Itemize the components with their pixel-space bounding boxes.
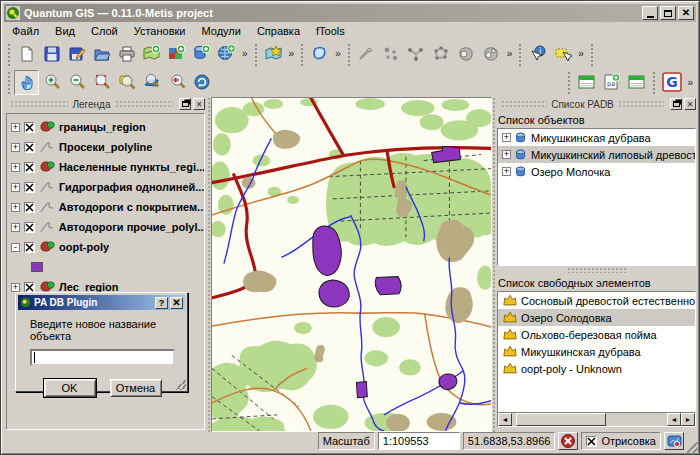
expander-icon[interactable]: - xyxy=(11,243,20,252)
free-elements-list[interactable]: Сосновый древостой естественного происхо… xyxy=(497,291,696,427)
render-panel[interactable]: Отрисовка xyxy=(581,432,661,450)
zoom-layer-button[interactable] xyxy=(139,70,164,95)
menu-view[interactable]: Вид xyxy=(47,23,83,39)
menu-help[interactable]: Справка xyxy=(249,23,308,39)
move-vertex-button[interactable] xyxy=(404,41,429,66)
free-item[interactable]: Микушкинская дубрава xyxy=(498,343,695,360)
close-button[interactable]: ✕ xyxy=(678,6,694,20)
expander-icon[interactable]: + xyxy=(11,203,20,212)
dialog-close-button[interactable]: ✕ xyxy=(170,297,183,309)
toolbar-overflow[interactable]: » xyxy=(332,48,344,59)
save-project-button[interactable] xyxy=(39,41,64,66)
dock-close-button[interactable]: ✕ xyxy=(684,98,696,110)
toolbar-handle[interactable] xyxy=(6,70,12,94)
object-item[interactable]: + Микушкинская дубрава xyxy=(498,129,695,146)
scroll-left-button2[interactable]: ◄ xyxy=(667,413,681,426)
zoom-in-button[interactable] xyxy=(39,70,64,95)
pa-add-object-button[interactable]: pa xyxy=(599,70,624,95)
toolbar-handle[interactable] xyxy=(346,42,352,66)
digitize-shape-button[interactable] xyxy=(307,41,332,66)
free-item[interactable]: Сосновый древостой естественного происхо xyxy=(498,292,695,309)
toolbar-handle[interactable] xyxy=(566,70,572,94)
print-button[interactable] xyxy=(114,41,139,66)
menu-settings[interactable]: Установки xyxy=(126,23,194,39)
expander-icon[interactable]: + xyxy=(11,143,20,152)
minimize-button[interactable] xyxy=(642,6,658,20)
expander-icon[interactable]: + xyxy=(11,223,20,232)
add-postgis-layer-button[interactable] xyxy=(189,41,214,66)
google-tools-button[interactable]: G xyxy=(659,70,684,95)
open-table-button[interactable] xyxy=(624,70,649,95)
menu-file[interactable]: Файл xyxy=(4,23,47,39)
legend-dock-titlebar[interactable]: Легенда ✕ xyxy=(4,97,207,111)
toolbar-overflow[interactable]: » xyxy=(286,48,298,59)
toolbar-overflow[interactable]: » xyxy=(575,48,587,59)
zoom-full-button[interactable] xyxy=(89,70,114,95)
expander-icon[interactable]: + xyxy=(11,183,20,192)
scroll-right-button[interactable]: ► xyxy=(681,413,695,426)
projection-button[interactable] xyxy=(664,432,684,450)
legend-item-avtodorogi-pokrytiem[interactable]: + Автодороги с покрытием... xyxy=(7,197,204,217)
expander-icon[interactable]: + xyxy=(11,123,20,132)
title-bar[interactable]: Quantum GIS — 0.11.0-Metis project ✕ xyxy=(4,4,696,22)
legend-item-gidrografiya[interactable]: + Гидрография однолиней... xyxy=(7,177,204,197)
menu-layer[interactable]: Слой xyxy=(83,23,126,39)
expander-icon[interactable]: + xyxy=(502,133,511,142)
layer-checkbox[interactable] xyxy=(24,162,35,173)
add-vector-layer-button[interactable] xyxy=(139,41,164,66)
padb-dock-titlebar[interactable]: Список PADB ✕ xyxy=(495,97,698,111)
legend-item-proseki[interactable]: + Просеки_polyline xyxy=(7,137,204,157)
map-canvas[interactable] xyxy=(211,97,492,432)
objects-list[interactable]: + Микушкинская дубрава + Микушкинский ли… xyxy=(497,128,696,266)
dialog-resize-grip[interactable] xyxy=(176,380,186,390)
layer-checkbox[interactable] xyxy=(24,122,35,133)
free-item[interactable]: oopt-poly - Unknown xyxy=(498,360,695,377)
menu-ftools[interactable]: fTools xyxy=(308,23,353,39)
layer-checkbox[interactable] xyxy=(24,282,35,293)
select-features-button[interactable] xyxy=(550,41,575,66)
render-checkbox[interactable] xyxy=(586,436,597,447)
expander-icon[interactable]: + xyxy=(502,150,511,159)
layer-checkbox[interactable] xyxy=(24,222,35,233)
scroll-thumb[interactable] xyxy=(516,413,606,426)
dock-float-button[interactable] xyxy=(179,98,191,110)
new-project-button[interactable] xyxy=(14,41,39,66)
object-name-input[interactable] xyxy=(30,349,175,366)
maximize-button[interactable] xyxy=(660,6,676,20)
horizontal-scrollbar[interactable]: ◄ ◄ ► xyxy=(498,412,695,426)
open-project-button[interactable] xyxy=(89,41,114,66)
zoom-out-button[interactable] xyxy=(64,70,89,95)
toolbar-overflow[interactable]: » xyxy=(684,77,696,88)
expander-icon[interactable]: + xyxy=(11,283,20,292)
toolbar-handle[interactable] xyxy=(299,42,305,66)
stop-render-button[interactable] xyxy=(558,432,578,450)
zoom-selection-button[interactable] xyxy=(114,70,139,95)
window-resize-grip[interactable] xyxy=(687,442,699,454)
scale-input[interactable]: 1:109553 xyxy=(378,432,460,450)
legend-symbol-oopt-poly[interactable] xyxy=(7,257,204,277)
legend-item-granitsy[interactable]: + границы_region xyxy=(7,117,204,137)
capture-point-button[interactable] xyxy=(379,41,404,66)
add-raster-layer-button[interactable] xyxy=(164,41,189,66)
legend-item-avtodorogi-prochie[interactable]: + Автодороги прочие_polyl... xyxy=(7,217,204,237)
expander-icon[interactable]: + xyxy=(502,167,511,176)
toolbar-handle[interactable] xyxy=(517,42,523,66)
layer-checkbox[interactable] xyxy=(24,182,35,193)
object-item-selected[interactable]: + Микушкинский липовый древостой xyxy=(498,146,695,163)
legend-item-naselennye[interactable]: + Населенные пункты_regi... xyxy=(7,157,204,177)
save-project-as-button[interactable] xyxy=(64,41,89,66)
free-item-selected[interactable]: Озеро Солодовка xyxy=(498,309,695,326)
refresh-button[interactable] xyxy=(189,70,214,95)
expander-icon[interactable]: + xyxy=(11,163,20,172)
legend-item-oopt-poly[interactable]: - oopt-poly xyxy=(7,237,204,257)
toolbar-overflow[interactable]: » xyxy=(239,48,251,59)
ok-button[interactable]: OK xyxy=(44,379,96,397)
menu-plugins[interactable]: Модули xyxy=(193,23,248,39)
toolbar-handle[interactable] xyxy=(6,42,12,66)
new-vector-layer-button[interactable] xyxy=(261,41,286,66)
attribute-table-button[interactable] xyxy=(574,70,599,95)
add-ring-button[interactable] xyxy=(454,41,479,66)
dock-float-button[interactable] xyxy=(670,98,682,110)
layer-checkbox[interactable] xyxy=(24,202,35,213)
scroll-left-button[interactable]: ◄ xyxy=(498,413,512,426)
